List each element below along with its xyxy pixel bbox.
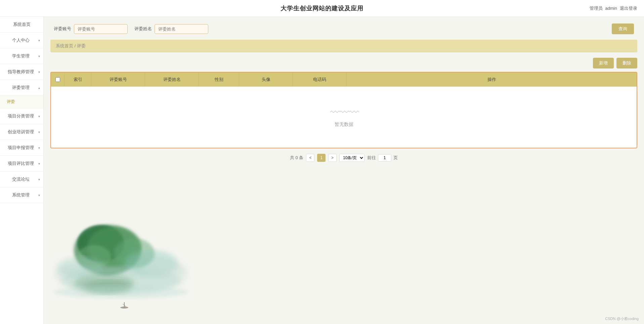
per-page-select[interactable]: 10条/页 20条/页 50条/页 bbox=[339, 154, 364, 162]
total-prefix: 共 bbox=[290, 155, 294, 160]
goto-prefix: 前往 bbox=[367, 155, 376, 161]
sidebar-item-student[interactable]: 学生管理 ▾ bbox=[0, 48, 43, 64]
sidebar-item-forum-label: 交流论坛 bbox=[3, 176, 38, 182]
chevron-down-icon: ▾ bbox=[38, 130, 40, 134]
sidebar-item-forum[interactable]: 交流论坛 ▾ bbox=[0, 172, 43, 187]
sidebar-item-project-category[interactable]: 项目分类管理 ▾ bbox=[0, 108, 43, 124]
header: 大学生创业网站的建设及应用 管理员 admin 退出登录 bbox=[0, 0, 644, 17]
empty-text: 暂无数据 bbox=[58, 122, 630, 128]
col-phone: 电话码 bbox=[293, 73, 347, 87]
sidebar-item-system[interactable]: 系统管理 ▾ bbox=[0, 187, 43, 203]
footer-watermark: CSDN @小蔡coding bbox=[605, 316, 639, 321]
sidebar-item-reviewer-mgmt-label: 评委管理 bbox=[3, 85, 38, 91]
total-suffix: 条 bbox=[299, 155, 303, 160]
chevron-up-icon: ▴ bbox=[38, 86, 40, 90]
empty-decoration: 〰 〰 〰 bbox=[58, 107, 630, 118]
chevron-down-icon: ▾ bbox=[38, 70, 40, 74]
col-index: 索引 bbox=[65, 73, 91, 87]
header-user: 管理员 admin 退出登录 bbox=[590, 5, 637, 11]
chevron-down-icon: ▾ bbox=[38, 146, 40, 150]
judge-name-field: 评委姓名 bbox=[134, 24, 208, 34]
judge-name-label: 评委姓名 bbox=[134, 26, 152, 32]
chevron-down-icon: ▾ bbox=[38, 39, 40, 42]
breadcrumb-separator: / bbox=[75, 43, 77, 48]
sidebar-item-home-label: 系统首页 bbox=[3, 21, 40, 28]
sidebar-item-teacher-label: 指导教师管理 bbox=[3, 69, 38, 75]
chevron-down-icon: ▾ bbox=[38, 114, 40, 118]
goto-input[interactable] bbox=[378, 154, 391, 161]
col-actions: 操作 bbox=[347, 73, 637, 87]
sidebar-item-reviewer-mgmt[interactable]: 评委管理 ▴ bbox=[0, 80, 43, 96]
sidebar-item-project-apply-label: 项目申报管理 bbox=[3, 145, 38, 151]
sidebar-item-teacher[interactable]: 指导教师管理 ▾ bbox=[0, 64, 43, 80]
main-content: 评委账号 评委姓名 查询 系统首页 / 评委 新增 删除 bbox=[44, 17, 644, 324]
table-header: 索引 评委账号 评委姓名 性别 头像 电话码 操作 bbox=[51, 73, 637, 87]
col-gender: 性别 bbox=[199, 73, 239, 87]
select-all-checkbox[interactable] bbox=[55, 77, 60, 82]
chevron-down-icon: ▾ bbox=[38, 193, 40, 197]
query-button[interactable]: 查询 bbox=[612, 24, 634, 34]
goto-suffix: 页 bbox=[393, 155, 398, 161]
chevron-down-icon: ▾ bbox=[38, 54, 40, 58]
total-count: 0 bbox=[296, 155, 298, 160]
sidebar-item-reviewer-label: 评委 bbox=[7, 99, 15, 104]
sidebar-item-personal-label: 个人中心 bbox=[3, 37, 38, 43]
sidebar-item-project-review[interactable]: 项目评比管理 ▾ bbox=[0, 156, 43, 172]
sidebar-item-training-label: 创业培训管理 bbox=[3, 129, 38, 135]
col-judge-name: 评委姓名 bbox=[145, 73, 199, 87]
user-label: 管理员 bbox=[590, 5, 603, 11]
new-button[interactable]: 新增 bbox=[593, 58, 614, 68]
sidebar-item-reviewer[interactable]: 评委 bbox=[0, 96, 43, 108]
total-count-text: 共 0 条 bbox=[290, 155, 303, 161]
logout-button[interactable]: 退出登录 bbox=[620, 5, 637, 11]
action-bar: 新增 删除 bbox=[50, 58, 637, 68]
col-avatar: 头像 bbox=[239, 73, 293, 87]
page-1-button[interactable]: 1 bbox=[317, 154, 326, 162]
layout: 系统首页 个人中心 ▾ 学生管理 ▾ 指导教师管理 ▾ 评委管理 ▴ 评委 项目… bbox=[0, 17, 644, 324]
sidebar-item-student-label: 学生管理 bbox=[3, 53, 38, 59]
next-page-button[interactable]: > bbox=[328, 154, 337, 162]
table-body: 〰 〰 〰 暂无数据 bbox=[51, 87, 637, 148]
username: admin bbox=[605, 6, 617, 11]
sidebar: 系统首页 个人中心 ▾ 学生管理 ▾ 指导教师管理 ▾ 评委管理 ▴ 评委 项目… bbox=[0, 17, 44, 324]
sidebar-item-project-review-label: 项目评比管理 bbox=[3, 160, 38, 167]
breadcrumb: 系统首页 / 评委 bbox=[50, 40, 637, 52]
judge-table: 索引 评委账号 评委姓名 性别 头像 电话码 操作 〰 〰 〰 暂无数据 bbox=[50, 72, 637, 148]
header-title: 大学生创业网站的建设及应用 bbox=[281, 4, 363, 12]
sidebar-item-home[interactable]: 系统首页 bbox=[0, 17, 43, 33]
judge-number-label: 评委账号 bbox=[54, 26, 71, 32]
table-select-all-cell[interactable] bbox=[51, 73, 65, 86]
pagination: 共 0 条 < 1 > 10条/页 20条/页 50条/页 前往 页 bbox=[50, 148, 637, 167]
breadcrumb-home: 系统首页 bbox=[56, 43, 73, 48]
sidebar-item-training[interactable]: 创业培训管理 ▾ bbox=[0, 124, 43, 140]
search-bar: 评委账号 评委姓名 查询 bbox=[50, 24, 637, 34]
chevron-down-icon: ▾ bbox=[38, 178, 40, 181]
chevron-down-icon: ▾ bbox=[38, 162, 40, 166]
sidebar-item-personal[interactable]: 个人中心 ▾ bbox=[0, 33, 43, 48]
judge-number-input[interactable] bbox=[74, 24, 128, 34]
table-empty-state: 〰 〰 〰 暂无数据 bbox=[51, 87, 637, 148]
sidebar-item-system-label: 系统管理 bbox=[3, 192, 38, 198]
judge-name-input[interactable] bbox=[155, 24, 208, 34]
sidebar-item-project-apply[interactable]: 项目申报管理 ▾ bbox=[0, 140, 43, 156]
col-judge-number: 评委账号 bbox=[91, 73, 145, 87]
sidebar-item-project-category-label: 项目分类管理 bbox=[3, 113, 38, 119]
delete-button[interactable]: 删除 bbox=[616, 58, 637, 68]
judge-number-field: 评委账号 bbox=[54, 24, 128, 34]
breadcrumb-current: 评委 bbox=[77, 43, 86, 48]
page-goto: 前往 页 bbox=[367, 154, 398, 161]
prev-page-button[interactable]: < bbox=[306, 154, 314, 162]
